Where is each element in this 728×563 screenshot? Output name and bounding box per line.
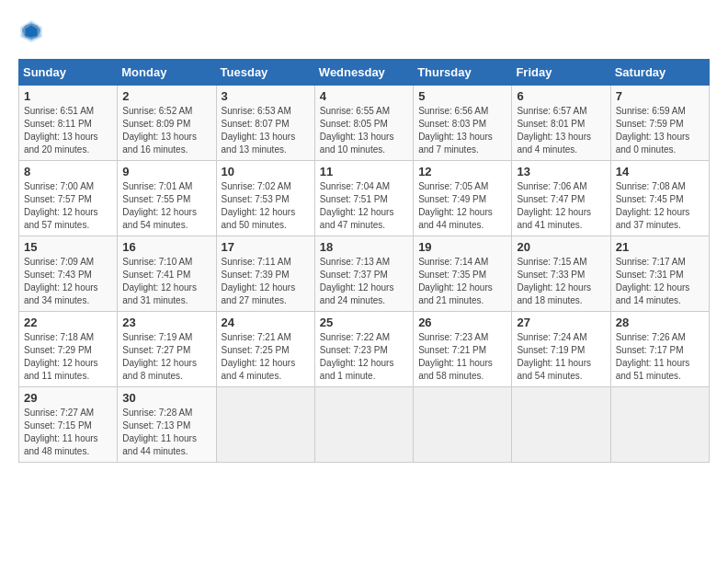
day-info: Sunrise: 7:08 AM Sunset: 7:45 PM Dayligh… <box>616 180 704 232</box>
day-info: Sunrise: 6:56 AM Sunset: 8:03 PM Dayligh… <box>418 105 506 156</box>
day-number: 29 <box>24 391 112 405</box>
day-info: Sunrise: 7:15 AM Sunset: 7:33 PM Dayligh… <box>517 256 605 307</box>
day-number: 18 <box>320 240 408 254</box>
day-number: 17 <box>222 240 310 254</box>
day-number: 25 <box>320 316 408 329</box>
calendar-cell: 1 Sunrise: 6:51 AM Sunset: 8:11 PM Dayli… <box>19 86 118 161</box>
column-header-wednesday: Wednesday <box>314 60 413 86</box>
day-info: Sunrise: 7:24 AM Sunset: 7:19 PM Dayligh… <box>517 331 605 383</box>
day-number: 14 <box>616 165 704 178</box>
day-number: 15 <box>24 240 112 254</box>
calendar-cell: 29 Sunrise: 7:27 AM Sunset: 7:15 PM Dayl… <box>19 387 118 463</box>
day-number: 23 <box>122 316 210 329</box>
day-number: 8 <box>24 165 112 178</box>
calendar-cell: 26 Sunrise: 7:23 AM Sunset: 7:21 PM Dayl… <box>414 312 512 387</box>
calendar-cell: 9 Sunrise: 7:01 AM Sunset: 7:55 PM Dayli… <box>118 161 216 236</box>
calendar-table: SundayMondayTuesdayWednesdayThursdayFrid… <box>18 59 710 463</box>
day-number: 19 <box>418 240 506 254</box>
day-info: Sunrise: 7:27 AM Sunset: 7:15 PM Dayligh… <box>24 407 112 458</box>
column-header-sunday: Sunday <box>19 60 118 86</box>
column-header-friday: Friday <box>512 60 610 86</box>
day-info: Sunrise: 6:51 AM Sunset: 8:11 PM Dayligh… <box>24 105 112 156</box>
calendar-header-row: SundayMondayTuesdayWednesdayThursdayFrid… <box>19 60 710 86</box>
day-info: Sunrise: 6:57 AM Sunset: 8:01 PM Dayligh… <box>517 105 605 156</box>
day-number: 26 <box>418 316 506 329</box>
calendar-cell <box>414 387 512 463</box>
day-info: Sunrise: 7:06 AM Sunset: 7:47 PM Dayligh… <box>517 180 605 232</box>
day-info: Sunrise: 7:13 AM Sunset: 7:37 PM Dayligh… <box>320 256 408 307</box>
day-info: Sunrise: 6:53 AM Sunset: 8:07 PM Dayligh… <box>222 105 310 156</box>
column-header-tuesday: Tuesday <box>216 60 314 86</box>
calendar-cell: 11 Sunrise: 7:04 AM Sunset: 7:51 PM Dayl… <box>314 161 413 236</box>
day-info: Sunrise: 7:21 AM Sunset: 7:25 PM Dayligh… <box>222 331 310 383</box>
day-number: 13 <box>517 165 605 178</box>
day-number: 22 <box>24 316 112 329</box>
day-info: Sunrise: 7:28 AM Sunset: 7:13 PM Dayligh… <box>122 407 210 458</box>
day-number: 3 <box>222 89 310 103</box>
week-row-1: 1 Sunrise: 6:51 AM Sunset: 8:11 PM Dayli… <box>19 86 710 161</box>
calendar-cell <box>512 387 610 463</box>
week-row-5: 29 Sunrise: 7:27 AM Sunset: 7:15 PM Dayl… <box>19 387 710 463</box>
day-number: 24 <box>222 316 310 329</box>
day-info: Sunrise: 7:00 AM Sunset: 7:57 PM Dayligh… <box>24 180 112 232</box>
day-info: Sunrise: 7:05 AM Sunset: 7:49 PM Dayligh… <box>418 180 506 232</box>
calendar-cell <box>216 387 314 463</box>
day-info: Sunrise: 7:26 AM Sunset: 7:17 PM Dayligh… <box>616 331 704 383</box>
calendar-cell: 14 Sunrise: 7:08 AM Sunset: 7:45 PM Dayl… <box>610 161 709 236</box>
calendar-cell: 5 Sunrise: 6:56 AM Sunset: 8:03 PM Dayli… <box>414 86 512 161</box>
calendar-cell: 19 Sunrise: 7:14 AM Sunset: 7:35 PM Dayl… <box>414 236 512 312</box>
calendar-cell: 20 Sunrise: 7:15 AM Sunset: 7:33 PM Dayl… <box>512 236 610 312</box>
day-number: 11 <box>320 165 408 178</box>
calendar-cell: 16 Sunrise: 7:10 AM Sunset: 7:41 PM Dayl… <box>118 236 216 312</box>
day-number: 9 <box>122 165 210 178</box>
calendar-cell: 18 Sunrise: 7:13 AM Sunset: 7:37 PM Dayl… <box>314 236 413 312</box>
calendar-cell: 25 Sunrise: 7:22 AM Sunset: 7:23 PM Dayl… <box>314 312 413 387</box>
column-header-thursday: Thursday <box>414 60 512 86</box>
calendar-cell: 28 Sunrise: 7:26 AM Sunset: 7:17 PM Dayl… <box>610 312 709 387</box>
day-number: 1 <box>24 89 112 103</box>
calendar-cell: 4 Sunrise: 6:55 AM Sunset: 8:05 PM Dayli… <box>314 86 413 161</box>
calendar-cell: 7 Sunrise: 6:59 AM Sunset: 7:59 PM Dayli… <box>610 86 709 161</box>
day-number: 28 <box>616 316 704 329</box>
calendar-cell: 22 Sunrise: 7:18 AM Sunset: 7:29 PM Dayl… <box>19 312 118 387</box>
calendar-cell: 17 Sunrise: 7:11 AM Sunset: 7:39 PM Dayl… <box>216 236 314 312</box>
day-info: Sunrise: 7:18 AM Sunset: 7:29 PM Dayligh… <box>24 331 112 383</box>
calendar-cell: 12 Sunrise: 7:05 AM Sunset: 7:49 PM Dayl… <box>414 161 512 236</box>
day-number: 4 <box>320 89 408 103</box>
column-header-saturday: Saturday <box>610 60 709 86</box>
day-info: Sunrise: 6:52 AM Sunset: 8:09 PM Dayligh… <box>122 105 210 156</box>
day-info: Sunrise: 7:11 AM Sunset: 7:39 PM Dayligh… <box>222 256 310 307</box>
day-number: 12 <box>418 165 506 178</box>
day-info: Sunrise: 7:02 AM Sunset: 7:53 PM Dayligh… <box>222 180 310 232</box>
page-header <box>18 18 710 44</box>
day-number: 5 <box>418 89 506 103</box>
day-info: Sunrise: 6:59 AM Sunset: 7:59 PM Dayligh… <box>616 105 704 156</box>
logo-icon <box>18 18 44 44</box>
day-number: 7 <box>616 89 704 103</box>
day-info: Sunrise: 7:22 AM Sunset: 7:23 PM Dayligh… <box>320 331 408 383</box>
day-info: Sunrise: 7:19 AM Sunset: 7:27 PM Dayligh… <box>122 331 210 383</box>
day-info: Sunrise: 7:17 AM Sunset: 7:31 PM Dayligh… <box>616 256 704 307</box>
calendar-cell: 3 Sunrise: 6:53 AM Sunset: 8:07 PM Dayli… <box>216 86 314 161</box>
calendar-cell: 30 Sunrise: 7:28 AM Sunset: 7:13 PM Dayl… <box>118 387 216 463</box>
calendar-cell: 10 Sunrise: 7:02 AM Sunset: 7:53 PM Dayl… <box>216 161 314 236</box>
day-info: Sunrise: 6:55 AM Sunset: 8:05 PM Dayligh… <box>320 105 408 156</box>
week-row-3: 15 Sunrise: 7:09 AM Sunset: 7:43 PM Dayl… <box>19 236 710 312</box>
calendar-cell <box>610 387 709 463</box>
day-number: 2 <box>122 89 210 103</box>
calendar-cell: 8 Sunrise: 7:00 AM Sunset: 7:57 PM Dayli… <box>19 161 118 236</box>
day-number: 10 <box>222 165 310 178</box>
column-header-monday: Monday <box>118 60 216 86</box>
calendar-cell: 6 Sunrise: 6:57 AM Sunset: 8:01 PM Dayli… <box>512 86 610 161</box>
day-info: Sunrise: 7:10 AM Sunset: 7:41 PM Dayligh… <box>122 256 210 307</box>
logo <box>18 18 48 44</box>
calendar-cell <box>314 387 413 463</box>
day-info: Sunrise: 7:14 AM Sunset: 7:35 PM Dayligh… <box>418 256 506 307</box>
calendar-cell: 2 Sunrise: 6:52 AM Sunset: 8:09 PM Dayli… <box>118 86 216 161</box>
day-info: Sunrise: 7:23 AM Sunset: 7:21 PM Dayligh… <box>418 331 506 383</box>
week-row-4: 22 Sunrise: 7:18 AM Sunset: 7:29 PM Dayl… <box>19 312 710 387</box>
day-number: 21 <box>616 240 704 254</box>
calendar-cell: 23 Sunrise: 7:19 AM Sunset: 7:27 PM Dayl… <box>118 312 216 387</box>
day-number: 6 <box>517 89 605 103</box>
day-number: 30 <box>122 391 210 405</box>
